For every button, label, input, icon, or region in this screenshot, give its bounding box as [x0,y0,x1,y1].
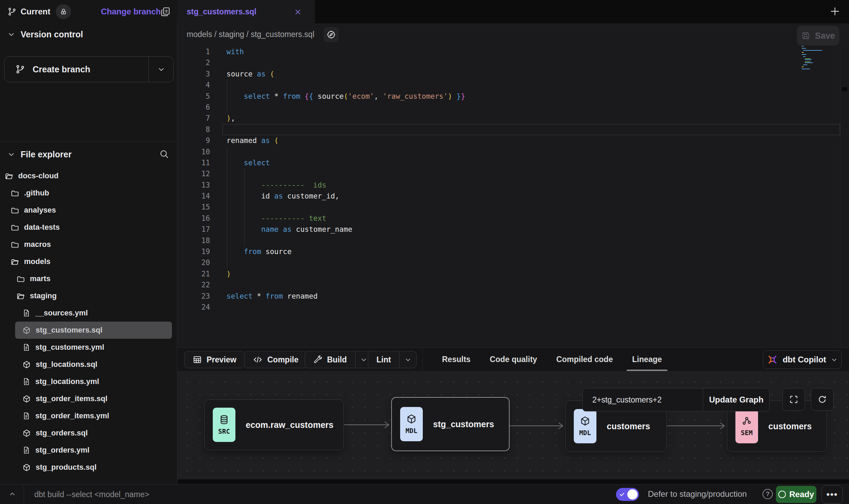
minimap[interactable] [802,46,823,67]
cube-icon [406,414,417,424]
file-name: docs-cloud [18,171,58,180]
toggle-knob [627,489,638,500]
code-line-11[interactable]: 11 select [177,157,849,168]
file-explorer-header[interactable]: File explorer [0,144,177,165]
fullscreen-button[interactable] [782,388,805,411]
create-branch-button[interactable]: Create branch [4,56,174,82]
defer-toggle[interactable] [616,488,639,501]
file-tree-item-stg-customers-yml[interactable]: stg_customers.yml [0,339,177,356]
line-content: name as customer_name [226,224,849,235]
tab-title: stg_customers.sql [187,7,256,16]
code-line-12[interactable]: 12 [177,168,849,179]
code-lines[interactable]: 1with23source as (45 select * from {{ so… [177,46,849,313]
file-tree-item-stg-order-items-yml[interactable]: stg_order_items.yml [0,407,177,424]
code-line-24[interactable]: 24 [177,302,849,313]
code-line-17[interactable]: 17 name as customer_name [177,224,849,235]
code-line-5[interactable]: 5 select * from {{ source('ecom', 'raw_c… [177,91,849,102]
scrollbar-thumb[interactable] [842,87,847,91]
lineage-node-mdl-stg-customers[interactable]: MDLstg_customers [391,397,510,451]
line-content [226,257,849,268]
refresh-button[interactable] [811,388,834,411]
build-button[interactable]: Build [305,351,373,368]
code-line-18[interactable]: 18 [177,235,849,246]
file-tree-item-stg-order-items-sql[interactable]: stg_order_items.sql [0,390,177,407]
lineage-selector-input[interactable] [583,388,703,411]
preview-button[interactable]: Preview [184,351,245,368]
view-in-lineage-button[interactable] [324,27,339,42]
dbt-copilot-button[interactable]: dbt Copilot [763,350,842,369]
new-tab-button[interactable] [829,5,841,17]
file-name: stg_order_items.sql [36,394,107,403]
file-tree-item-data-tests[interactable]: data-tests [0,219,177,236]
lint-button[interactable]: Lint [368,351,417,368]
file-tree-item-docs-cloud[interactable]: docs-cloud [0,167,177,184]
panel-tab-compiled-code[interactable]: Compiled code [556,348,613,371]
file-tree-item-stg-locations-sql[interactable]: stg_locations.sql [0,356,177,373]
code-line-8[interactable]: 8 [177,124,849,135]
file-tree-item-analyses[interactable]: analyses [0,202,177,219]
file-document-icon [22,343,31,351]
code-line-19[interactable]: 19 from source [177,246,849,257]
code-line-20[interactable]: 20 [177,257,849,268]
file-tree-item-macros[interactable]: macros [0,236,177,253]
code-line-23[interactable]: 23select * from renamed [177,291,849,302]
panel-tab-lineage[interactable]: Lineage [632,348,662,371]
line-content: select * from {{ source('ecom', 'raw_cus… [226,91,849,102]
fullscreen-icon [789,395,799,404]
code-line-1[interactable]: 1with [177,46,849,57]
code-line-14[interactable]: 14 id as customer_id, [177,191,849,202]
file-tree-item-marts[interactable]: marts [0,270,177,287]
code-line-21[interactable]: 21) [177,268,849,279]
indent-guide [227,202,227,213]
code-line-9[interactable]: 9renamed as ( [177,135,849,146]
version-control-header[interactable]: Version control [0,23,177,45]
dbt-command-input[interactable] [34,487,343,502]
tab-stg-customers-sql[interactable]: stg_customers.sql [177,0,315,24]
file-tree-item-stg-orders-yml[interactable]: stg_orders.yml [0,442,177,459]
update-graph-button[interactable]: Update Graph [703,388,769,411]
code-line-16[interactable]: 16 ---------- text [177,213,849,224]
file-tree-item-stg-orders-sql[interactable]: stg_orders.sql [0,424,177,442]
code-line-13[interactable]: 13 ---------- ids [177,180,849,191]
node-type-badge-mdl: MDL [574,409,596,443]
lineage-node-src-ecom-raw-customers[interactable]: SRCecom.raw_customers [204,399,344,450]
panel-tabs: ResultsCode qualityCompiled codeLineage [436,348,662,371]
code-line-22[interactable]: 22 [177,279,849,290]
lint-dropdown[interactable] [399,351,416,368]
close-tab-icon[interactable] [294,8,302,16]
change-branch-link[interactable]: Change branch [101,7,161,16]
file-tree-item-stg-products-sql[interactable]: stg_products.sql [0,459,177,476]
file-name: stg_products.sql [36,463,96,472]
save-button[interactable]: Save [797,26,839,46]
file-tree-item-stg-customers-sql[interactable]: stg_customers.sql [15,322,172,339]
panel-tab-results[interactable]: Results [442,348,470,371]
code-line-6[interactable]: 6 [177,102,849,113]
file-tree-item-stg-locations-yml[interactable]: stg_locations.yml [0,373,177,390]
search-icon[interactable] [159,149,169,159]
expand-command-bar-icon[interactable] [8,490,16,499]
code-line-10[interactable]: 10 [177,146,849,157]
indent-guide [227,246,227,257]
file-tree-item-models[interactable]: models [0,253,177,270]
indent-guide [244,235,245,246]
more-options-button[interactable]: ••• [822,485,843,504]
file-tree-item-staging[interactable]: staging [0,287,177,304]
compile-button[interactable]: Compile [244,351,307,368]
code-line-7[interactable]: 7), [177,113,849,124]
code-line-2[interactable]: 2 [177,57,849,68]
line-content [226,57,849,68]
help-icon[interactable]: ? [763,489,773,499]
file-document-icon [22,446,31,454]
copy-branch-icon[interactable] [161,7,171,17]
code-line-4[interactable]: 4 [177,80,849,91]
code-icon [253,355,263,364]
file-tree-item--sources-yml[interactable]: __sources.yml [0,304,177,322]
breadcrumb-row: models / staging / stg_customers.sql Sav… [177,23,849,46]
file-tree-item--github[interactable]: .github [0,184,177,202]
code-line-15[interactable]: 15 [177,202,849,213]
panel-tab-code-quality[interactable]: Code quality [490,348,537,371]
line-number: 10 [177,146,210,157]
code-line-3[interactable]: 3source as ( [177,69,849,80]
create-branch-dropdown[interactable] [149,57,173,82]
create-branch-main[interactable]: Create branch [4,57,149,82]
